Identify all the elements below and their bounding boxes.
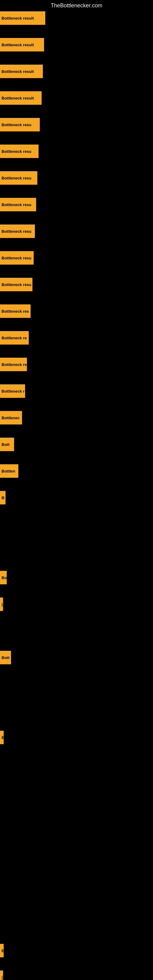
bottleneck-label: Bottleneck r <box>0 384 25 398</box>
bottleneck-label: Bottleneck res <box>0 304 30 318</box>
row-wrapper: Bottleneck resu <box>0 224 153 238</box>
row-wrapper: Bott <box>0 438 153 451</box>
bottleneck-label: Bottleneck resu <box>0 278 32 291</box>
row-wrapper <box>0 784 153 797</box>
bottleneck-label: Bottleneck re <box>0 358 27 371</box>
row-wrapper: Bottleneck re <box>0 331 153 345</box>
row-wrapper: Bott <box>0 651 153 664</box>
row-wrapper <box>0 864 153 877</box>
row-wrapper: Bottleneck res <box>0 304 153 318</box>
row-wrapper: Bottleneck resu <box>0 171 153 185</box>
row-wrapper <box>0 517 153 531</box>
row-wrapper: | <box>0 598 153 611</box>
row-wrapper: Bottleneck re <box>0 358 153 371</box>
row-wrapper <box>0 757 153 771</box>
bottleneck-label: | <box>0 598 3 611</box>
row-wrapper: Bottleneck resu <box>0 145 153 158</box>
row-wrapper: Bo <box>0 571 153 584</box>
row-wrapper: E <box>0 944 153 957</box>
row-wrapper <box>0 704 153 718</box>
bottleneck-label: Bottleneck result <box>0 91 41 105</box>
site-header: TheBottlenecker.com <box>0 0 153 11</box>
bottleneck-label: Bott <box>0 651 11 664</box>
bottleneck-label: Bottleneck resu <box>0 145 38 158</box>
row-wrapper: Bottleneck result <box>0 11 153 25</box>
bottleneck-label: B <box>0 491 5 504</box>
row-wrapper <box>0 678 153 691</box>
bottleneck-label: Bottleneck result <box>0 11 45 25</box>
bottleneck-label: Bottleneck resu <box>0 198 36 211</box>
bottleneck-label: Bo <box>0 571 7 584</box>
bottleneck-label: E <box>0 731 4 744</box>
bottleneck-label: Bott <box>0 438 14 451</box>
bottleneck-label: Bottlenec <box>0 411 22 425</box>
bottleneck-label: Bottleneck resu <box>0 224 35 238</box>
row-wrapper: Bottleneck resu <box>0 118 153 131</box>
row-wrapper <box>0 624 153 638</box>
row-wrapper: | <box>0 970 153 980</box>
row-wrapper: Bottleneck resu <box>0 198 153 211</box>
bottleneck-label: E <box>0 944 4 957</box>
bottleneck-label: Bottleneck result <box>0 65 43 78</box>
row-wrapper: Bottleneck resu <box>0 251 153 265</box>
bottleneck-label: Bottleneck resu <box>0 171 37 185</box>
bottleneck-label: | <box>0 970 3 980</box>
site-title: TheBottlenecker.com <box>0 0 153 11</box>
bottleneck-label: Bottlen <box>0 464 18 478</box>
row-wrapper: Bottlen <box>0 464 153 478</box>
row-wrapper: Bottleneck result <box>0 91 153 105</box>
row-wrapper <box>0 544 153 558</box>
row-wrapper: B <box>0 491 153 504</box>
row-wrapper <box>0 891 153 904</box>
bottleneck-label: Bottleneck resu <box>0 251 33 265</box>
row-wrapper: Bottleneck result <box>0 38 153 51</box>
row-wrapper: E <box>0 731 153 744</box>
row-wrapper <box>0 811 153 824</box>
bars-container: Bottleneck resultBottleneck resultBottle… <box>0 11 153 980</box>
row-wrapper <box>0 917 153 931</box>
bottleneck-label: Bottleneck re <box>0 331 29 345</box>
row-wrapper: Bottlenec <box>0 411 153 425</box>
row-wrapper: Bottleneck r <box>0 384 153 398</box>
bottleneck-label: Bottleneck result <box>0 38 44 51</box>
row-wrapper <box>0 837 153 851</box>
bottleneck-label: Bottleneck resu <box>0 118 40 131</box>
row-wrapper: Bottleneck result <box>0 65 153 78</box>
row-wrapper: Bottleneck resu <box>0 278 153 291</box>
